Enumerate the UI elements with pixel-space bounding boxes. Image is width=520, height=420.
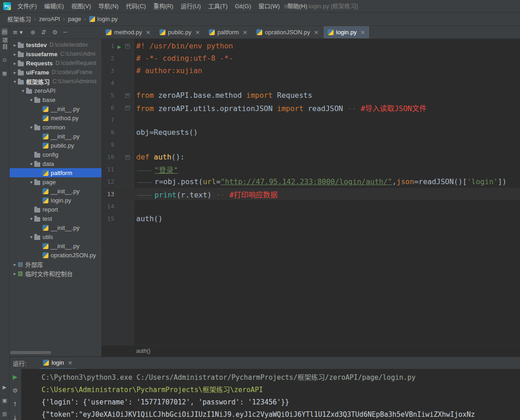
tree-item[interactable]: config (9, 150, 101, 159)
down-stack-trace-button[interactable]: ↓ (13, 415, 18, 420)
settings-icon[interactable]: ⚙ (52, 29, 58, 36)
tree-item[interactable]: method.py (9, 113, 101, 122)
tree-item[interactable]: ▾data (9, 159, 101, 168)
tree-item[interactable]: ▸uiFrameD:\code\uiFrame (9, 68, 101, 77)
code-line[interactable]: 5from zeroAPI.base.method import Request… (101, 89, 520, 101)
editor-tab[interactable]: paltform× (205, 26, 252, 38)
breadcrumb-label: 框架练习 (7, 15, 31, 23)
code-line[interactable]: 14 (101, 200, 520, 213)
menubar-item[interactable]: 工具(T) (204, 0, 231, 12)
menubar-item[interactable]: 窗口(W) (255, 0, 283, 12)
line-number: 4 (102, 80, 114, 86)
terminal-tool-button[interactable]: ▣ (1, 397, 8, 404)
close-icon[interactable]: × (243, 29, 248, 36)
fold-icon[interactable] (125, 93, 130, 98)
run-line-icon[interactable]: ▶ (117, 44, 121, 49)
collapse-all-icon[interactable]: ⇵ (41, 29, 46, 36)
locate-file-icon[interactable]: ⊕ (30, 29, 35, 36)
wrench-icon[interactable]: ⚙ (12, 387, 18, 394)
tree-item-label: common (42, 124, 65, 131)
tree-item[interactable]: ▾zeroAPI (9, 86, 101, 95)
tree-item[interactable]: __init__.py (9, 186, 101, 196)
tree-item[interactable]: report (9, 205, 101, 214)
services-tool-button[interactable]: ▥ (1, 410, 8, 417)
tree-item[interactable]: __init__.py (9, 104, 101, 113)
tree-item[interactable]: ▾base (9, 95, 101, 104)
code-line[interactable]: 2# -*- coding:utf-8 -*- (101, 52, 520, 64)
code-line[interactable]: 13print(r.text) ·· #打印响应数据 (101, 188, 520, 200)
tree-item[interactable]: ▾test (9, 214, 101, 223)
horizontal-scrollbar[interactable] (10, 351, 51, 354)
project-view-selector[interactable]: ≡▾ (13, 29, 22, 36)
tree-item[interactable]: ▾common (9, 122, 101, 132)
tree-item[interactable]: ▸RequestsD:\code\Request (9, 58, 101, 68)
tree-item[interactable]: ▸issuefarmeC:\Users\Admi (9, 49, 101, 58)
run-tool-button[interactable]: ▶ (2, 384, 7, 391)
tree-item[interactable]: ▾page (9, 177, 101, 186)
code-line[interactable]: 8obj=Requests() (101, 126, 520, 138)
menubar-item[interactable]: 代码(C) (122, 0, 149, 12)
close-icon[interactable]: × (68, 359, 73, 366)
rerun-button[interactable]: ▶ (13, 373, 17, 380)
menubar-item[interactable]: 视图(V) (68, 0, 95, 12)
console-line: C:\Python3\python3.exe C:/Users/Administ… (42, 372, 520, 384)
fold-icon[interactable] (125, 106, 130, 110)
fold-icon[interactable] (125, 155, 130, 159)
tree-item[interactable]: ▸testdevD:\code\testdev (9, 40, 101, 49)
breadcrumb-function[interactable]: auth() (136, 348, 150, 354)
folder-icon (34, 98, 40, 103)
breadcrumb-item[interactable]: page (66, 15, 83, 23)
breadcrumb-item[interactable]: 框架练习 (5, 14, 33, 24)
code-line[interactable]: 11"登录" (101, 163, 520, 175)
up-stack-trace-button[interactable]: ↑ (13, 401, 18, 408)
editor-tab[interactable]: pubilc.py× (155, 26, 205, 38)
menubar-item[interactable]: 重构(R) (149, 0, 177, 12)
tree-item[interactable]: paltform (9, 168, 101, 177)
tree-item[interactable]: __init__.py (9, 241, 101, 250)
close-icon[interactable]: × (195, 29, 200, 36)
console-output[interactable]: C:\Python3\python3.exe C:/Users/Administ… (21, 369, 520, 420)
project-tool-button[interactable]: ▤项目 (1, 28, 9, 50)
menubar-item[interactable]: 文件(F) (14, 0, 41, 12)
line-number: 2 (102, 55, 114, 62)
menubar-item[interactable]: 导航(N) (95, 0, 122, 12)
breadcrumb-item[interactable]: zeroAPI (37, 15, 62, 23)
structure-tool-button[interactable]: ▦ (1, 70, 8, 77)
fold-icon[interactable] (125, 44, 130, 48)
menubar-item[interactable]: 编辑(E) (41, 0, 68, 12)
tree-item[interactable]: pubilc.py (9, 141, 101, 150)
tree-item[interactable]: ▸▤外部库 (9, 260, 101, 269)
close-icon[interactable]: × (146, 29, 151, 36)
tree-item[interactable]: __init__.py (9, 132, 101, 141)
code-line[interactable]: 10def auth(): (101, 151, 520, 163)
close-icon[interactable]: × (314, 29, 319, 36)
code-editor[interactable]: 1▶#! /usr/bin/env python2# -*- coding:ut… (101, 38, 520, 346)
run-tab-login[interactable]: login × (39, 356, 76, 369)
editor-tab[interactable]: oprationJSON.py× (252, 26, 324, 38)
commit-tool-button[interactable]: ⊙ (1, 57, 7, 64)
code-line[interactable]: 6from zeroAPI.utils.oprationJSON import … (101, 101, 520, 114)
tree-item[interactable]: __init__.py (9, 223, 101, 232)
tree-item[interactable]: ▾utils (9, 232, 101, 241)
code-line[interactable]: 15auth() (101, 213, 520, 225)
code-line[interactable]: 12r=obj.post(url="http://47.95.142.233:8… (101, 175, 520, 188)
tree-item[interactable]: ▸▨临时文件和控制台 (9, 269, 101, 278)
code-line[interactable]: 3# author:xujian (101, 64, 520, 77)
editor-tab[interactable]: method.py× (101, 26, 155, 38)
breadcrumb-item[interactable]: login.py (87, 15, 120, 23)
tree-item[interactable]: oprationJSON.py (9, 250, 101, 260)
tree-item[interactable]: ▾框架练习C:\Users\Administ (9, 77, 101, 86)
menubar-item[interactable]: Git(G) (231, 0, 255, 12)
code-line[interactable]: 1▶#! /usr/bin/env python (101, 40, 520, 52)
python-file-icon (42, 225, 48, 231)
close-icon[interactable]: × (360, 29, 365, 36)
tree-item-label: paltform (51, 170, 72, 176)
hide-panel-icon[interactable]: ─ (64, 29, 67, 36)
menubar-item[interactable]: 运行(U) (177, 0, 204, 12)
editor-tab[interactable]: login.py× (324, 26, 370, 38)
code-line[interactable]: 4 (101, 77, 520, 89)
tree-item-label: base (42, 96, 55, 103)
code-line[interactable]: 9 (101, 138, 520, 151)
tree-item[interactable]: login.py (9, 196, 101, 205)
code-line[interactable]: 7 (101, 114, 520, 126)
